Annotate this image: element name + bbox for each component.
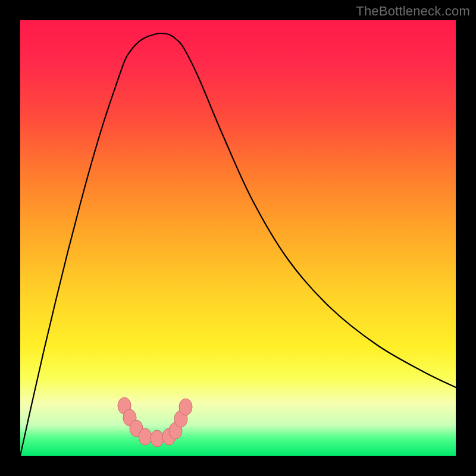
curve-dot [151, 430, 164, 447]
watermark-label: TheBottleneck.com [356, 4, 470, 19]
curve-dot [139, 428, 152, 445]
curve-dot [179, 399, 192, 415]
chart-frame: TheBottleneck.com [0, 0, 476, 476]
curve-dots [20, 20, 456, 456]
